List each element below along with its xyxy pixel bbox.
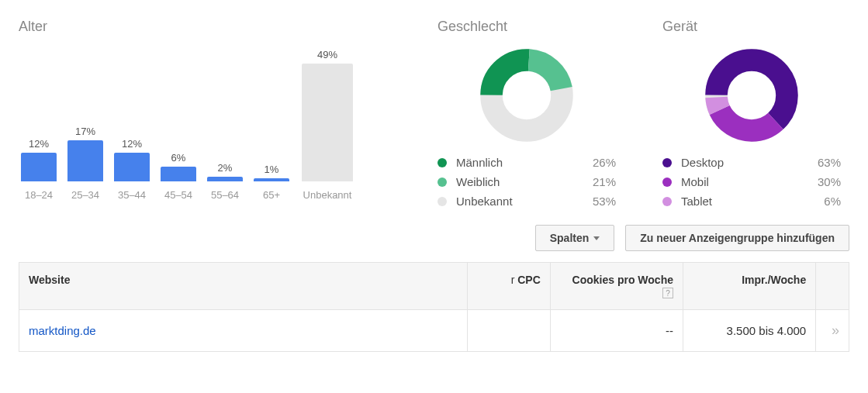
age-bar: 17%25–34: [65, 126, 105, 201]
legend-swatch-icon: [662, 178, 672, 187]
device-chart-title: Gerät: [662, 19, 841, 35]
gender-chart: Geschlecht Männlich26%Weiblich21%Unbekan…: [437, 19, 616, 211]
age-chart: Alter 12%18–2417%25–3412%35–446%45–542%5…: [19, 19, 391, 211]
gender-legend-row: Weiblich21%: [437, 172, 616, 191]
col-cpc[interactable]: r CPC: [467, 263, 550, 310]
legend-swatch-icon: [437, 158, 447, 167]
col-cookies[interactable]: Cookies pro Woche ?: [550, 263, 683, 310]
legend-swatch-icon: [437, 178, 447, 187]
gender-legend-row: Unbekannt53%: [437, 191, 616, 211]
cpc-label: CPC: [517, 274, 541, 286]
bar-value: 12%: [29, 138, 49, 150]
bar-value: 1%: [265, 164, 279, 175]
bar-label: 25–34: [71, 189, 99, 201]
table-toolbar: Spalten Zu neuer Anzeigengruppe hinzufüg…: [19, 225, 849, 251]
add-to-adgroup-label: Zu neuer Anzeigengruppe hinzufügen: [640, 232, 835, 244]
legend-label: Weiblich: [456, 175, 582, 188]
expand-row-button[interactable]: »: [832, 322, 839, 338]
help-icon[interactable]: ?: [662, 288, 673, 298]
device-legend-row: Tablet6%: [662, 191, 841, 211]
bar-value: 6%: [171, 152, 186, 164]
col-expand: [816, 263, 849, 310]
bar-label: 55–64: [211, 189, 239, 201]
cell-cookies: --: [550, 310, 683, 352]
legend-pct: 6%: [807, 195, 841, 208]
bar-label: Unbekannt: [303, 189, 352, 201]
legend-pct: 21%: [582, 175, 616, 188]
legend-label: Männlich: [456, 156, 582, 169]
legend-pct: 53%: [582, 195, 616, 208]
age-bar: 6%45–54: [158, 152, 199, 201]
legend-pct: 26%: [582, 156, 616, 169]
col-website[interactable]: Website: [19, 263, 468, 310]
bar-label: 45–54: [164, 189, 192, 201]
legend-pct: 30%: [807, 175, 841, 188]
placements-table: Website r CPC Cookies pro Woche ? Impr./…: [19, 262, 849, 352]
gender-legend-row: Männlich26%: [437, 153, 616, 172]
gender-donut-icon: [480, 49, 573, 142]
legend-label: Tablet: [681, 195, 807, 208]
bar-value: 49%: [317, 49, 337, 60]
columns-button-label: Spalten: [550, 232, 590, 244]
legend-pct: 63%: [807, 156, 841, 169]
bar-value: 12%: [122, 138, 142, 150]
age-bar: 49%Unbekannt: [298, 49, 357, 201]
age-bar: 12%18–24: [19, 138, 59, 201]
device-legend-row: Mobil30%: [662, 172, 841, 191]
bar-rect: [114, 153, 150, 181]
bar-label: 65+: [263, 189, 280, 201]
legend-label: Unbekannt: [456, 195, 582, 208]
bar-rect: [67, 140, 103, 181]
add-to-adgroup-button[interactable]: Zu neuer Anzeigengruppe hinzufügen: [625, 225, 849, 251]
cookies-label: Cookies pro Woche: [572, 274, 673, 286]
table-row: marktding.de -- 3.500 bis 4.000 »: [19, 310, 849, 352]
bar-value: 2%: [218, 162, 233, 174]
bar-rect: [302, 64, 353, 181]
device-donut-icon: [705, 49, 798, 142]
caret-down-icon: [593, 236, 600, 240]
col-impr[interactable]: Impr./Woche: [683, 263, 816, 310]
cpc-prefix: r: [511, 274, 515, 286]
bar-rect: [161, 167, 196, 181]
cell-cpc: [467, 310, 550, 352]
age-bar: 12%35–44: [112, 138, 152, 201]
legend-swatch-icon: [437, 197, 447, 206]
bar-rect: [21, 153, 57, 181]
bar-rect: [254, 178, 289, 181]
legend-label: Desktop: [681, 156, 807, 169]
age-bar: 1%65+: [251, 164, 292, 201]
legend-swatch-icon: [662, 158, 672, 167]
website-link[interactable]: marktding.de: [29, 324, 96, 337]
age-chart-title: Alter: [19, 19, 391, 35]
legend-swatch-icon: [662, 197, 672, 206]
bar-label: 18–24: [25, 189, 53, 201]
device-chart: Gerät Desktop63%Mobil30%Tablet6%: [662, 19, 841, 211]
device-legend-row: Desktop63%: [662, 153, 841, 172]
cell-impr: 3.500 bis 4.000: [683, 310, 816, 352]
gender-chart-title: Geschlecht: [437, 19, 616, 35]
columns-button[interactable]: Spalten: [535, 225, 615, 251]
age-bar: 2%55–64: [205, 162, 245, 201]
bar-value: 17%: [75, 126, 95, 137]
legend-label: Mobil: [681, 175, 807, 188]
bar-rect: [207, 177, 243, 181]
bar-label: 35–44: [118, 189, 146, 201]
